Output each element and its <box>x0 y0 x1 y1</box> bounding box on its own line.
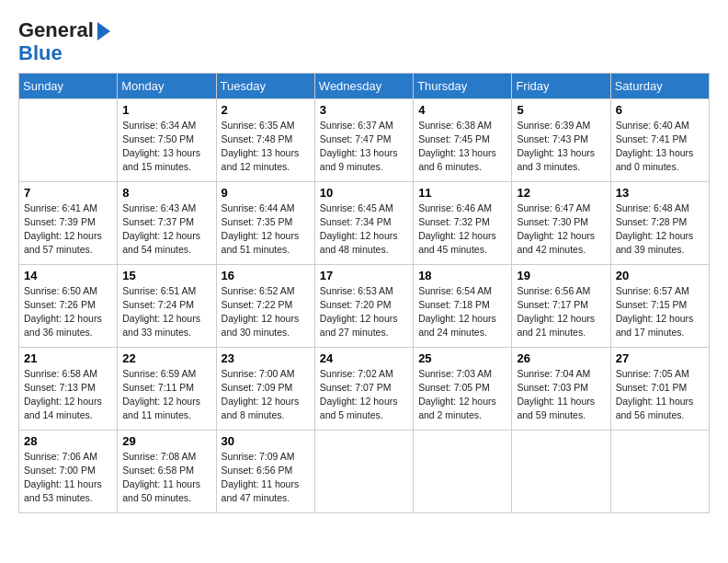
calendar-cell: 10Sunrise: 6:45 AM Sunset: 7:34 PM Dayli… <box>314 181 413 264</box>
calendar-cell: 30Sunrise: 7:09 AM Sunset: 6:56 PM Dayli… <box>216 430 314 512</box>
day-info: Sunrise: 6:54 AM Sunset: 7:18 PM Dayligh… <box>418 284 506 340</box>
day-number: 18 <box>418 269 506 282</box>
day-info: Sunrise: 6:37 AM Sunset: 7:47 PM Dayligh… <box>320 119 408 175</box>
day-number: 23 <box>222 351 310 365</box>
day-number: 10 <box>320 186 408 200</box>
day-info: Sunrise: 6:58 AM Sunset: 7:13 PM Dayligh… <box>24 367 112 423</box>
day-info: Sunrise: 6:57 AM Sunset: 7:15 PM Dayligh… <box>616 284 704 340</box>
day-info: Sunrise: 7:05 AM Sunset: 7:01 PM Dayligh… <box>616 367 704 423</box>
day-info: Sunrise: 7:09 AM Sunset: 6:56 PM Dayligh… <box>222 450 310 506</box>
day-number: 6 <box>616 103 704 117</box>
calendar-cell: 7Sunrise: 6:41 AM Sunset: 7:39 PM Daylig… <box>19 181 118 264</box>
day-info: Sunrise: 6:52 AM Sunset: 7:22 PM Dayligh… <box>222 284 310 340</box>
calendar-cell: 13Sunrise: 6:48 AM Sunset: 7:28 PM Dayli… <box>610 181 709 264</box>
weekday-header-sunday: Sunday <box>19 73 118 98</box>
day-info: Sunrise: 6:43 AM Sunset: 7:37 PM Dayligh… <box>122 201 210 258</box>
day-number: 28 <box>24 434 112 448</box>
day-info: Sunrise: 6:45 AM Sunset: 7:34 PM Dayligh… <box>320 201 408 258</box>
calendar-cell <box>314 430 413 512</box>
calendar-week-4: 21Sunrise: 6:58 AM Sunset: 7:13 PM Dayli… <box>19 347 710 430</box>
calendar-cell: 16Sunrise: 6:52 AM Sunset: 7:22 PM Dayli… <box>216 264 314 347</box>
day-info: Sunrise: 7:04 AM Sunset: 7:03 PM Dayligh… <box>517 367 605 423</box>
day-number: 4 <box>418 103 506 117</box>
day-info: Sunrise: 7:02 AM Sunset: 7:07 PM Dayligh… <box>320 367 408 423</box>
calendar-cell: 27Sunrise: 7:05 AM Sunset: 7:01 PM Dayli… <box>610 347 709 430</box>
day-number: 8 <box>122 186 210 200</box>
calendar-week-3: 14Sunrise: 6:50 AM Sunset: 7:26 PM Dayli… <box>19 264 710 347</box>
day-number: 7 <box>24 186 112 200</box>
day-number: 2 <box>222 103 310 117</box>
day-number: 21 <box>24 351 112 365</box>
calendar-cell: 8Sunrise: 6:43 AM Sunset: 7:37 PM Daylig… <box>118 181 216 264</box>
weekday-header-wednesday: Wednesday <box>314 73 413 98</box>
day-number: 26 <box>517 351 605 365</box>
day-number: 16 <box>222 269 310 282</box>
calendar-cell: 17Sunrise: 6:53 AM Sunset: 7:20 PM Dayli… <box>314 264 413 347</box>
day-info: Sunrise: 6:34 AM Sunset: 7:50 PM Dayligh… <box>122 119 210 175</box>
day-info: Sunrise: 6:40 AM Sunset: 7:41 PM Dayligh… <box>616 119 704 175</box>
calendar-week-1: 1Sunrise: 6:34 AM Sunset: 7:50 PM Daylig… <box>19 98 710 181</box>
calendar-cell: 1Sunrise: 6:34 AM Sunset: 7:50 PM Daylig… <box>118 98 216 181</box>
day-number: 13 <box>616 186 704 200</box>
day-info: Sunrise: 7:06 AM Sunset: 7:00 PM Dayligh… <box>24 450 112 506</box>
calendar-cell: 24Sunrise: 7:02 AM Sunset: 7:07 PM Dayli… <box>314 347 413 430</box>
day-number: 12 <box>517 186 605 200</box>
day-number: 27 <box>616 351 704 365</box>
day-number: 24 <box>320 351 408 365</box>
day-info: Sunrise: 7:08 AM Sunset: 6:58 PM Dayligh… <box>122 450 210 506</box>
day-info: Sunrise: 6:48 AM Sunset: 7:28 PM Dayligh… <box>616 201 704 258</box>
weekday-header-friday: Friday <box>512 73 610 98</box>
day-info: Sunrise: 6:44 AM Sunset: 7:35 PM Dayligh… <box>222 201 310 258</box>
calendar-cell: 20Sunrise: 6:57 AM Sunset: 7:15 PM Dayli… <box>610 264 709 347</box>
weekday-header-thursday: Thursday <box>414 73 512 98</box>
day-number: 19 <box>517 269 605 282</box>
day-number: 17 <box>320 269 408 282</box>
calendar-cell: 21Sunrise: 6:58 AM Sunset: 7:13 PM Dayli… <box>19 347 118 430</box>
day-number: 30 <box>222 434 310 448</box>
calendar-cell: 19Sunrise: 6:56 AM Sunset: 7:17 PM Dayli… <box>512 264 610 347</box>
weekday-header-tuesday: Tuesday <box>216 73 314 98</box>
day-info: Sunrise: 6:47 AM Sunset: 7:30 PM Dayligh… <box>517 201 605 258</box>
weekday-header-row: SundayMondayTuesdayWednesdayThursdayFrid… <box>19 73 710 98</box>
calendar-cell: 12Sunrise: 6:47 AM Sunset: 7:30 PM Dayli… <box>512 181 610 264</box>
calendar-cell: 29Sunrise: 7:08 AM Sunset: 6:58 PM Dayli… <box>118 430 216 512</box>
logo-text: General Blue <box>18 18 110 65</box>
calendar-cell: 23Sunrise: 7:00 AM Sunset: 7:09 PM Dayli… <box>216 347 314 430</box>
calendar-cell: 15Sunrise: 6:51 AM Sunset: 7:24 PM Dayli… <box>118 264 216 347</box>
calendar-cell: 14Sunrise: 6:50 AM Sunset: 7:26 PM Dayli… <box>19 264 118 347</box>
day-number: 15 <box>122 269 210 282</box>
calendar-cell <box>512 430 610 512</box>
day-info: Sunrise: 6:53 AM Sunset: 7:20 PM Dayligh… <box>320 284 408 340</box>
day-info: Sunrise: 6:38 AM Sunset: 7:45 PM Dayligh… <box>418 119 506 175</box>
calendar-cell <box>19 98 118 181</box>
day-number: 25 <box>418 351 506 365</box>
day-number: 5 <box>517 103 605 117</box>
weekday-header-saturday: Saturday <box>610 73 709 98</box>
calendar-cell: 28Sunrise: 7:06 AM Sunset: 7:00 PM Dayli… <box>19 430 118 512</box>
day-info: Sunrise: 6:41 AM Sunset: 7:39 PM Dayligh… <box>24 201 112 258</box>
day-info: Sunrise: 6:39 AM Sunset: 7:43 PM Dayligh… <box>517 119 605 175</box>
day-info: Sunrise: 6:46 AM Sunset: 7:32 PM Dayligh… <box>418 201 506 258</box>
day-number: 11 <box>418 186 506 200</box>
day-number: 29 <box>122 434 210 448</box>
day-info: Sunrise: 7:03 AM Sunset: 7:05 PM Dayligh… <box>418 367 506 423</box>
calendar-cell: 9Sunrise: 6:44 AM Sunset: 7:35 PM Daylig… <box>216 181 314 264</box>
calendar-cell <box>610 430 709 512</box>
calendar-cell <box>414 430 512 512</box>
calendar-table: SundayMondayTuesdayWednesdayThursdayFrid… <box>18 73 710 513</box>
calendar-cell: 26Sunrise: 7:04 AM Sunset: 7:03 PM Dayli… <box>512 347 610 430</box>
calendar-cell: 11Sunrise: 6:46 AM Sunset: 7:32 PM Dayli… <box>414 181 512 264</box>
day-number: 22 <box>122 351 210 365</box>
day-info: Sunrise: 6:59 AM Sunset: 7:11 PM Dayligh… <box>122 367 210 423</box>
calendar-cell: 22Sunrise: 6:59 AM Sunset: 7:11 PM Dayli… <box>118 347 216 430</box>
calendar-body: 1Sunrise: 6:34 AM Sunset: 7:50 PM Daylig… <box>19 98 710 512</box>
day-number: 14 <box>24 269 112 282</box>
calendar-cell: 2Sunrise: 6:35 AM Sunset: 7:48 PM Daylig… <box>216 98 314 181</box>
day-number: 3 <box>320 103 408 117</box>
page-header: General Blue <box>18 18 710 65</box>
day-info: Sunrise: 6:50 AM Sunset: 7:26 PM Dayligh… <box>24 284 112 340</box>
day-number: 20 <box>616 269 704 282</box>
calendar-cell: 3Sunrise: 6:37 AM Sunset: 7:47 PM Daylig… <box>314 98 413 181</box>
day-number: 1 <box>122 103 210 117</box>
calendar-cell: 18Sunrise: 6:54 AM Sunset: 7:18 PM Dayli… <box>414 264 512 347</box>
